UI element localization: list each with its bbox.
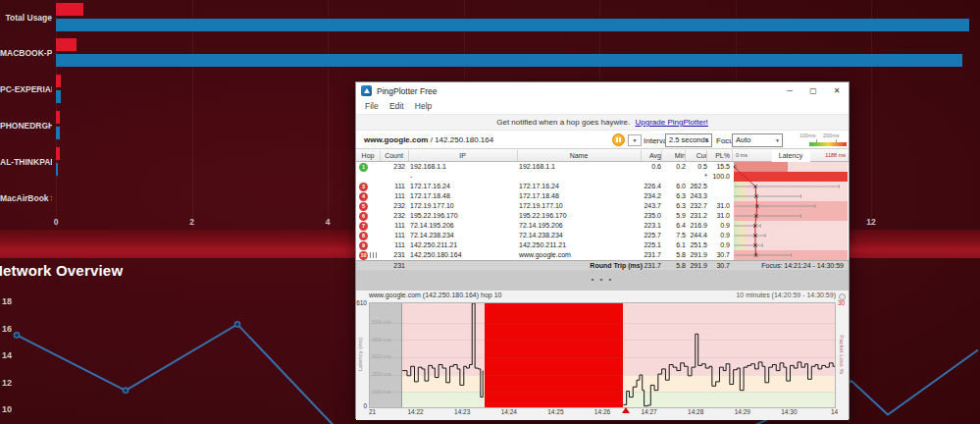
x-axis-tick: 2 bbox=[189, 217, 194, 227]
table-header: Hop Count IP Name Avg Min Cur PL% 0 ms L… bbox=[356, 149, 849, 162]
pane-splitter[interactable]: • • • bbox=[356, 270, 849, 291]
grid-label: 200 ms bbox=[372, 371, 391, 377]
window-title: PingPlotter Free bbox=[377, 86, 437, 96]
column-separator[interactable] bbox=[706, 150, 707, 161]
grid-label: 300 ms bbox=[372, 353, 391, 359]
pause-button[interactable] bbox=[612, 133, 625, 146]
header-count[interactable]: Count bbox=[380, 149, 408, 162]
focus-select[interactable]: Auto▼ bbox=[732, 133, 783, 147]
header-cur[interactable]: Cur bbox=[684, 149, 707, 162]
table-row[interactable]: 711172.14.195.20672.14.195.206223.16.421… bbox=[356, 221, 849, 231]
timeline-plot[interactable]: 500 ms400 ms300 ms200 ms100 ms bbox=[369, 302, 836, 408]
packet-loss-axis-label: Packet Loss % bbox=[839, 325, 845, 384]
grid-label: 400 ms bbox=[372, 337, 391, 343]
header-min[interactable]: Min bbox=[662, 149, 686, 162]
maximize-button[interactable]: ▢ bbox=[801, 82, 825, 99]
time-tick: 14 bbox=[831, 408, 838, 415]
device-label: PHONEDRGHERITA bbox=[0, 121, 52, 131]
latency-cell bbox=[734, 240, 848, 250]
usage-bar-red bbox=[56, 3, 83, 16]
y-axis-min: 0 bbox=[356, 402, 367, 409]
pause-dropdown-button[interactable]: ▼ bbox=[628, 134, 642, 146]
full-loss-bar bbox=[734, 172, 848, 182]
x-axis-tick: 4 bbox=[326, 217, 331, 227]
table-row[interactable]: 3111172.17.16.24172.17.16.24226.46.0262.… bbox=[356, 182, 849, 191]
usage-bar-blue bbox=[56, 127, 60, 139]
header-name[interactable]: Name bbox=[517, 149, 641, 162]
column-separator[interactable] bbox=[732, 150, 733, 161]
pingplotter-window: PingPlotter Free ─ ▢ ✕ File Edit Help Ge… bbox=[355, 81, 850, 419]
gridline bbox=[370, 375, 835, 376]
header-hop[interactable]: Hop bbox=[356, 149, 380, 162]
table-row[interactable]: 9111142.250.211.21142.250.211.21225.16.1… bbox=[356, 240, 849, 250]
gridline bbox=[370, 340, 835, 341]
focus-marker-icon[interactable] bbox=[622, 407, 630, 413]
table-row[interactable]: 5232172.19.177.10172.19.177.10243.76.323… bbox=[356, 201, 849, 211]
roundtrip-cur: 291.9 bbox=[684, 261, 707, 270]
focus-value: Auto bbox=[736, 135, 750, 144]
menu-bar: File Edit Help bbox=[356, 99, 849, 115]
menu-edit[interactable]: Edit bbox=[389, 99, 404, 114]
column-separator[interactable] bbox=[685, 150, 686, 161]
legend-100ms: 100ms bbox=[799, 132, 816, 138]
gridline bbox=[370, 392, 835, 393]
header-ip[interactable]: IP bbox=[408, 149, 517, 162]
table-row[interactable]: 10231142.250.180.164www.google.com231.75… bbox=[356, 250, 849, 260]
usage-bar-blue bbox=[56, 163, 58, 176]
hop-table: 1232192.168.1.1192.168.1.10.60.20.515.5-… bbox=[356, 162, 849, 260]
column-separator[interactable] bbox=[408, 150, 409, 161]
close-button[interactable]: ✕ bbox=[825, 82, 849, 99]
time-tick: 14:22 bbox=[407, 408, 423, 415]
column-separator[interactable] bbox=[661, 150, 662, 161]
notification-bar: Get notified when a hop goes haywire. Up… bbox=[356, 115, 849, 130]
table-row[interactable]: 811172.14.238.23472.14.238.234225.77.524… bbox=[356, 231, 849, 240]
table-row[interactable]: 4111172.17.18.48172.17.18.48234.26.3243.… bbox=[356, 191, 849, 201]
roundtrip-min: 5.8 bbox=[662, 261, 686, 270]
notification-text: Get notified when a hop goes haywire. bbox=[496, 118, 630, 127]
hop-badge: 1 bbox=[359, 163, 368, 172]
network-overview-title: Network Overview bbox=[0, 262, 123, 279]
menu-file[interactable]: File bbox=[365, 99, 379, 114]
menu-help[interactable]: Help bbox=[415, 99, 432, 114]
table-row[interactable]: 6232195.22.196.170195.22.196.170235.05.9… bbox=[356, 211, 849, 221]
timeline-title: www.google.com (142.250.180.164) hop 10 bbox=[369, 292, 501, 298]
latency-cell bbox=[734, 211, 848, 221]
latency-cell bbox=[734, 231, 848, 240]
device-label: MACBOOK-PRO bbox=[0, 48, 52, 58]
time-tick: 14:28 bbox=[688, 408, 703, 415]
minimize-button[interactable]: ─ bbox=[778, 82, 801, 99]
column-separator[interactable] bbox=[380, 150, 381, 161]
desktop-background: 024681012Total UsageMACBOOK-PROPC-EXPERI… bbox=[0, 0, 980, 424]
timeline-header: www.google.com (142.250.180.164) hop 10 … bbox=[356, 291, 849, 302]
column-separator[interactable] bbox=[517, 150, 518, 161]
focus-range: Focus: 14:21:24 - 14:30:59 bbox=[761, 261, 844, 270]
latency-gradient-bar bbox=[809, 142, 847, 146]
usage-bar-blue bbox=[56, 54, 962, 67]
splitter-grip-icon: • • • bbox=[592, 275, 614, 284]
gridline bbox=[192, 0, 193, 228]
column-separator[interactable] bbox=[641, 150, 642, 161]
hop-badge: 4 bbox=[359, 192, 368, 201]
latency-cell bbox=[734, 162, 848, 172]
hop-badge: 7 bbox=[359, 222, 368, 231]
overview-y-tick: 10 bbox=[2, 404, 12, 414]
gridline bbox=[328, 0, 329, 228]
latency-cell bbox=[734, 182, 848, 191]
round-trip-row: 231 Round Trip (ms) 231.7 5.8 291.9 30.7… bbox=[356, 260, 849, 270]
app-icon bbox=[361, 85, 372, 96]
table-row[interactable]: 1232192.168.1.1192.168.1.10.60.20.515.5 bbox=[356, 162, 849, 172]
hop-badge: 10 bbox=[359, 251, 368, 260]
usage-bar-red bbox=[56, 111, 60, 124]
interval-select[interactable]: 2.5 seconds▼ bbox=[665, 133, 712, 147]
usage-bar-red bbox=[56, 38, 77, 51]
header-avg[interactable]: Avg bbox=[631, 149, 661, 162]
timeline-panel: www.google.com (142.250.180.164) hop 10 … bbox=[356, 291, 849, 420]
title-bar[interactable]: PingPlotter Free ─ ▢ ✕ bbox=[356, 82, 849, 99]
upgrade-link[interactable]: Upgrade PingPlotter! bbox=[636, 118, 708, 127]
y-axis-max: 610 bbox=[356, 299, 367, 306]
latency-cell bbox=[734, 172, 848, 182]
overview-y-tick: 18 bbox=[2, 296, 12, 306]
header-pl[interactable]: PL% bbox=[705, 149, 730, 162]
right-axis-max: 30 bbox=[838, 299, 845, 306]
table-row[interactable]: -*100.0 bbox=[356, 172, 849, 182]
